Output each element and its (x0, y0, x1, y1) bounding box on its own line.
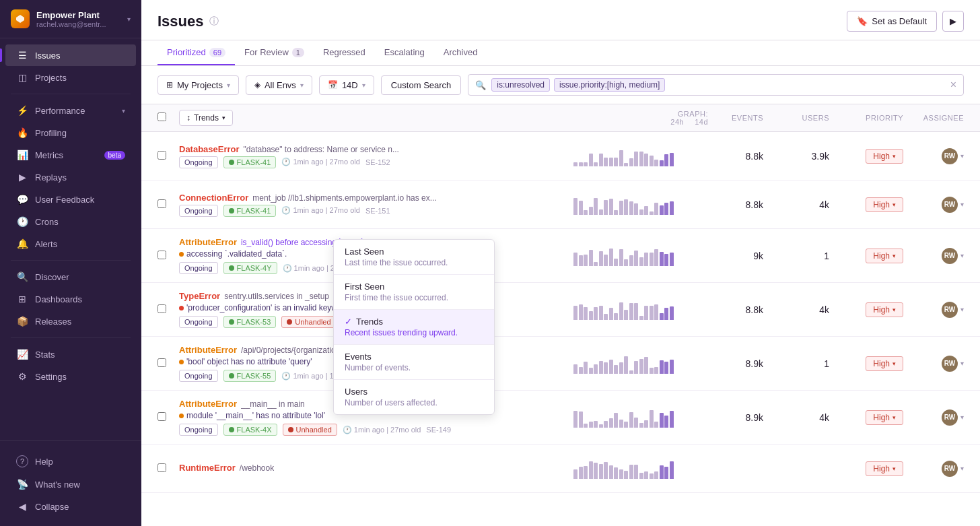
assignee-chevron-icon[interactable]: ▾ (960, 252, 964, 259)
priority-badge[interactable]: High ▾ (866, 410, 903, 425)
search-clear-button[interactable]: × (950, 79, 956, 91)
issue-type[interactable]: RuntimeError (179, 463, 236, 473)
select-all-input[interactable] (158, 112, 166, 121)
search-query: is:unresolved issue.priority:[high, medi… (491, 78, 944, 92)
error-dot (179, 306, 184, 310)
tab-escalating[interactable]: Escalating (375, 40, 434, 65)
tab-archived[interactable]: Archived (434, 40, 487, 65)
issue-events: 8.8k (708, 304, 769, 315)
all-envs-filter[interactable]: ◈ All Envs ▾ (246, 75, 312, 95)
issue-events: 8.8k (708, 151, 769, 162)
sidebar-item-projects[interactable]: ◫ Projects (5, 67, 136, 88)
row-checkbox[interactable] (158, 463, 179, 474)
priority-badge[interactable]: High ▾ (866, 249, 903, 263)
sort-option-users[interactable]: Users Number of users affected. (334, 380, 494, 414)
row-checkbox[interactable] (158, 151, 179, 162)
assignee-chevron-icon[interactable]: ▾ (960, 306, 964, 313)
issue-time: 🕐 1min ago | 27mo old (343, 426, 421, 434)
priority-badge[interactable]: High ▾ (866, 197, 903, 212)
row-checkbox[interactable] (158, 199, 179, 210)
sort-button[interactable]: ↕ Trends ▾ (179, 110, 233, 126)
issue-type[interactable]: AttributeError (179, 237, 237, 247)
priority-badge[interactable]: High ▾ (866, 149, 903, 164)
graph-14d-label: 14d (695, 118, 708, 126)
tab-prioritized[interactable]: Prioritized 69 (158, 40, 235, 65)
performance-icon: ⚡ (16, 105, 28, 116)
select-all-checkbox[interactable] (158, 112, 179, 123)
sort-option-first-seen[interactable]: First Seen First time the issue occurred… (334, 275, 494, 309)
sidebar-item-whats-new[interactable]: 📡 What's new (5, 473, 136, 495)
page-title-help-icon[interactable]: ⓘ (209, 15, 219, 28)
sidebar-item-metrics[interactable]: 📊 Metrics beta (5, 144, 136, 166)
sidebar-item-alerts[interactable]: 🔔 Alerts (5, 233, 136, 255)
row-checkbox[interactable] (158, 304, 179, 315)
sidebar-item-releases[interactable]: 📦 Releases (5, 310, 136, 332)
events-header: EVENTS (708, 114, 769, 122)
issue-desc-text: module '__main__' has no attribute 'lol' (186, 411, 325, 420)
sidebar-item-help[interactable]: ? Help (5, 450, 136, 473)
assignee-chevron-icon[interactable]: ▾ (960, 414, 964, 421)
sidebar-item-performance[interactable]: ⚡ Performance ▾ (5, 100, 136, 121)
org-user: rachel.wang@sentr... (36, 20, 106, 28)
priority-badge[interactable]: High ▾ (866, 356, 903, 371)
sidebar-item-discover[interactable]: 🔍 Discover (5, 266, 136, 288)
table-row: RuntimeError /webhook High ▾ RW ▾ (141, 445, 980, 493)
sort-option-events[interactable]: Events Number of events. (334, 345, 494, 379)
issue-title: ConnectionError ment_job //lb1.shipments… (179, 193, 573, 203)
sidebar-item-crons[interactable]: 🕐 Crons (5, 211, 136, 232)
row-checkbox[interactable] (158, 358, 179, 369)
issue-events: 8.9k (708, 358, 769, 369)
custom-search-button[interactable]: Custom Search (381, 75, 462, 95)
sidebar-item-profiling[interactable]: 🔥 Profiling (5, 122, 136, 143)
sidebar-item-collapse[interactable]: ◀ Collapse (5, 496, 136, 517)
issue-type[interactable]: AttributeError (179, 399, 237, 409)
sidebar-item-user-feedback[interactable]: 💬 User Feedback (5, 189, 136, 210)
row-checkbox[interactable] (158, 251, 179, 261)
sidebar-item-label: What's new (35, 480, 80, 490)
error-dot (179, 414, 184, 418)
tab-count: 69 (209, 48, 225, 57)
sidebar-item-issues[interactable]: ☰ Issues (5, 44, 136, 66)
status-badge: Ongoing (179, 424, 218, 436)
issue-type[interactable]: TypeError (179, 291, 220, 301)
sidebar-item-label: Collapse (35, 502, 69, 512)
sidebar-item-dashboards[interactable]: ⊞ Dashboards (5, 288, 136, 310)
sort-option-desc: First time the issue occurred. (345, 293, 483, 302)
issue-type[interactable]: ConnectionError (179, 193, 248, 203)
tab-for-review[interactable]: For Review 1 (235, 40, 314, 65)
priority-chevron-icon: ▾ (893, 414, 896, 421)
status-badge: Ongoing (179, 205, 218, 217)
page-header: Issues ⓘ 🔖 Set as Default ▶ (141, 0, 980, 40)
sidebar-item-replays[interactable]: ▶ Replays (5, 166, 136, 188)
priority-badge[interactable]: High ▾ (866, 302, 903, 317)
tab-regressed[interactable]: Regressed (314, 40, 375, 65)
sort-option-desc: Last time the issue occurred. (345, 258, 483, 267)
search-bar[interactable]: 🔍 is:unresolved issue.priority:[high, me… (468, 74, 964, 96)
sort-option-name: Users (345, 387, 368, 397)
set-as-default-button[interactable]: 🔖 Set as Default (847, 11, 937, 32)
org-chevron-icon: ▾ (127, 15, 131, 23)
sort-label: Trends (194, 113, 219, 123)
org-header[interactable]: Empower Plant rachel.wang@sentr... ▾ (0, 0, 141, 38)
my-projects-filter[interactable]: ⊞ My Projects ▾ (158, 75, 239, 95)
assignee-chevron-icon[interactable]: ▾ (960, 465, 964, 472)
all-envs-chevron-icon: ▾ (300, 81, 304, 89)
date-filter[interactable]: 📅 14D ▾ (319, 75, 374, 95)
projects-icon: ◫ (16, 72, 28, 83)
sort-option-header: Events (345, 352, 483, 362)
issue-type[interactable]: AttributeError (179, 345, 237, 355)
mini-chart (573, 300, 708, 320)
assignee-chevron-icon[interactable]: ▾ (960, 201, 964, 208)
issue-assignee: RW ▾ (903, 148, 964, 164)
sidebar-item-settings[interactable]: ⚙ Settings (5, 366, 136, 387)
priority-badge[interactable]: High ▾ (866, 461, 903, 476)
row-checkbox[interactable] (158, 412, 179, 423)
assignee-chevron-icon[interactable]: ▾ (960, 152, 964, 160)
play-button[interactable]: ▶ (942, 11, 964, 32)
sidebar-item-stats[interactable]: 📈 Stats (5, 343, 136, 365)
sort-option-last-seen[interactable]: Last Seen Last time the issue occurred. (334, 240, 494, 274)
issue-title: DatabaseError "database" to address: Nam… (179, 144, 573, 154)
assignee-chevron-icon[interactable]: ▾ (960, 360, 964, 367)
sort-option-trends[interactable]: ✓ Trends Recent issues trending upward. (334, 310, 494, 344)
issue-type[interactable]: DatabaseError (179, 144, 240, 154)
